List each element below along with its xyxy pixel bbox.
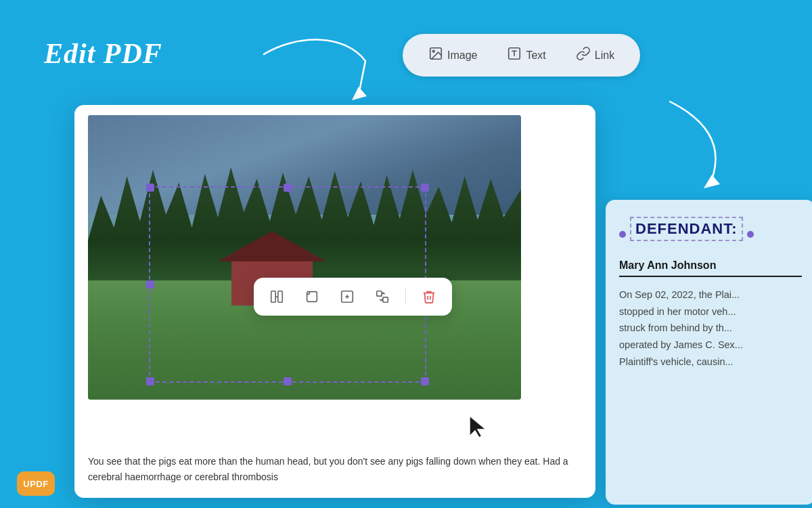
text-icon (507, 46, 522, 64)
cursor-arrow (467, 413, 487, 440)
image-icon (428, 46, 443, 64)
legal-body-text: On Sep 02, 2022, the Plai... stopped in … (619, 287, 802, 370)
pdf-inner: You see that the pigs eat more than the … (74, 105, 595, 498)
updf-logo: UPDF (17, 471, 55, 496)
pdf-container: You see that the pigs eat more than the … (74, 105, 595, 498)
pdf-text-content: You see that the pigs eat more than the … (88, 456, 568, 482)
defendant-label: DEFENDANT: (630, 217, 743, 241)
defendant-name: Mary Ann Johnson (619, 259, 802, 277)
selection-dot-left (619, 231, 626, 238)
tab-link-label: Link (595, 49, 614, 62)
tab-link[interactable]: Link (564, 41, 627, 70)
tab-text[interactable]: Text (495, 41, 558, 70)
pdf-body-text: You see that the pigs eat more than the … (88, 454, 582, 484)
right-panel: DEFENDANT: Mary Ann Johnson On Sep 02, 2… (606, 200, 812, 505)
tab-image[interactable]: Image (416, 41, 489, 70)
delete-button[interactable] (417, 284, 441, 309)
tab-text-label: Text (526, 49, 545, 62)
svg-rect-7 (271, 291, 275, 303)
link-icon (576, 46, 591, 64)
pdf-image[interactable] (88, 115, 521, 400)
barn-roof (218, 231, 326, 261)
convert-button[interactable] (370, 284, 394, 309)
toolbar-divider (405, 289, 406, 305)
page-title: Edit PDF (44, 37, 162, 70)
svg-rect-11 (377, 291, 382, 296)
image-toolbar (254, 278, 452, 316)
photo-background (88, 115, 521, 400)
svg-rect-12 (383, 297, 388, 302)
tab-image-label: Image (447, 49, 477, 62)
logo-text: UPDF (23, 479, 48, 489)
replace-image-button[interactable] (265, 284, 289, 309)
defendant-wrapper: DEFENDANT: (619, 217, 802, 251)
selection-dot-right (747, 231, 754, 238)
extract-button[interactable] (335, 284, 359, 309)
toolbar-pill: Image Text Link (403, 34, 640, 77)
svg-rect-9 (307, 292, 317, 302)
svg-rect-8 (278, 291, 282, 303)
crop-button[interactable] (300, 284, 324, 309)
svg-point-3 (432, 50, 434, 52)
